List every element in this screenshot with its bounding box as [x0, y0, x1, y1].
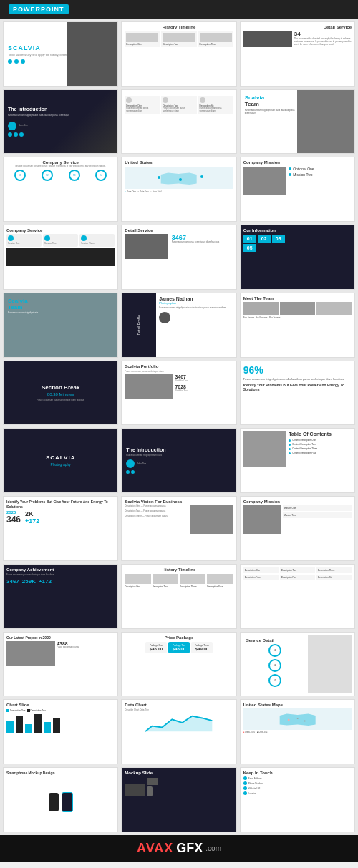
slide-12-title: Our Information — [243, 228, 352, 233]
mission-dot-2 — [289, 173, 291, 176]
slide-27[interactable]: Description One Description Two Descript… — [240, 564, 355, 629]
slide-28[interactable]: Our Latest Project In 2020 4388 Fusce ac… — [3, 632, 118, 697]
slide-22[interactable]: Identify Your Problems But Give Your Fut… — [3, 496, 118, 561]
slide-10[interactable]: Company Service Service One Service Two … — [3, 225, 118, 290]
bar-1 — [6, 721, 14, 733]
slide-14-role: Photographer — [159, 301, 233, 305]
timeline-img-1 — [126, 33, 158, 42]
slide-21[interactable]: Table Of Contents Content Description On… — [240, 428, 355, 493]
slide-16-time: 00:30 Minutes — [47, 392, 74, 396]
slide-28-title: Our Latest Project In 2020 — [6, 635, 115, 640]
bar-5 — [44, 722, 51, 734]
legend-color-1 — [6, 709, 9, 712]
service-item-1: Service One — [6, 234, 42, 247]
slide-19[interactable]: SCALVIA Photography — [3, 428, 118, 493]
slide-28-items: 4388 Fusce accumsan purus — [57, 641, 115, 666]
desc-cell-5: Description Five — [280, 575, 315, 580]
achieve-num-1: 3467 — [6, 578, 19, 585]
slide-4-avatar — [8, 122, 16, 130]
footer: AVAX GFX .com — [0, 835, 358, 862]
toc-dot-2 — [289, 444, 291, 446]
slide-9[interactable]: Company Mission Optional One Mission Two — [240, 157, 355, 222]
slide-4[interactable]: The Introduction Fusce accumsan risig di… — [3, 89, 118, 155]
slide-36-title: Keep In Touch — [243, 771, 352, 775]
slide-25-desc: Fusce accumsan purus scelerisque diam fa… — [6, 573, 115, 576]
contact-icon-4 — [243, 791, 247, 795]
slide-36-items: Email Address Phone Number Website URL L… — [243, 776, 352, 795]
slide-17[interactable]: Scalvia Portfolio Fusce accumsan purus s… — [121, 361, 236, 426]
timeline2-label-2: Description Two — [153, 585, 178, 588]
slide-30[interactable]: Service Detail S1 S2 S3 — [240, 632, 355, 697]
slide-3-image — [243, 31, 292, 47]
slide-21-toc: Table Of Contents Content Description On… — [289, 431, 352, 467]
intro-social-1 — [8, 132, 12, 137]
slide-7-subtitle: Disuple accumsan posuere purus; disuple … — [6, 165, 115, 167]
mission-label-1: Optional One — [293, 167, 314, 171]
slide-29[interactable]: Price Package Package One $45.00 Package… — [121, 632, 236, 697]
slide-5-box-1: Description One Fusce accumsan purus sce… — [125, 96, 160, 114]
slide-4-name: John Doe — [19, 124, 28, 127]
service-icon-1 — [8, 235, 14, 241]
pkg-price-1: $45.00 — [147, 647, 165, 651]
project-text-1: Fusce accumsan purus — [57, 646, 115, 649]
slide-15[interactable]: Meet The Team Foo Farene Ise Farence Bar… — [240, 293, 355, 358]
contact-label-1: Email Address — [248, 777, 262, 780]
slide-14[interactable]: Detail Profile James Nathan Photographer… — [121, 293, 236, 358]
slide-5[interactable]: Description One Fusce accumsan purus sce… — [121, 89, 236, 155]
slide-24[interactable]: Company Mission Mission One Mission Two — [240, 496, 355, 561]
box-text-3: Fusce accumsan purus scelerisque diam — [200, 107, 232, 113]
slide-34[interactable]: Smartphone Mockup Design — [3, 767, 118, 832]
slide-16[interactable]: Section Break 00:30 Minutes Fusce accums… — [3, 361, 118, 426]
slide-9-title: Company Mission — [243, 160, 352, 165]
service-text-1: Service One — [8, 243, 40, 245]
slide-32-title: Data Chart — [125, 703, 233, 707]
slide-20[interactable]: The Introduction Fusce accumsan risig di… — [121, 428, 236, 493]
toc-label-1: Content Description One — [292, 439, 316, 442]
slide-12[interactable]: Our Information 01 02 03 05 — [240, 225, 355, 290]
slide-23[interactable]: Scalvia Vision For Business Description … — [121, 496, 236, 561]
slide-31[interactable]: Chart Slide Description One Description … — [3, 699, 118, 764]
slide-32[interactable]: Data Chart Describe Chart Data Title — [121, 699, 236, 764]
slide-8-map — [125, 167, 233, 189]
slide-27-grid: Description One Description Two Descript… — [243, 567, 352, 580]
slide-13-title: Scalvia — [8, 298, 113, 304]
slide-11[interactable]: Detail Service 3467 Fusce accumsan purus… — [121, 225, 236, 290]
timeline2-label-4: Description Four — [207, 585, 233, 588]
slide-23-content: Description One — Fusce accumsan purus D… — [125, 505, 233, 534]
slide-36[interactable]: Keep In Touch Email Address Phone Number… — [240, 767, 355, 832]
slide-33-map — [243, 708, 352, 730]
slide-30-circles: S1 S2 S3 — [246, 644, 304, 687]
slide-2[interactable]: History Timeline Description One Descrip… — [121, 21, 236, 87]
slide-14-sidebar-text: Detail Profile — [137, 315, 141, 335]
package-3: Package Three $49.00 — [191, 642, 213, 653]
info-num-2: 02 — [258, 235, 271, 243]
slide-18-percent: 96% — [243, 364, 352, 376]
slide-3-content: 34 The focus must be directed and apply … — [243, 31, 352, 47]
slide-3[interactable]: Detail Service 34 The focus must be dire… — [240, 21, 355, 87]
timeline2-img-2 — [153, 574, 178, 584]
toc-item-1: Content Description One — [289, 439, 352, 442]
slide-17-items: 3467 Portfolio One 7628 Portfolio Two — [175, 374, 233, 399]
slide-35[interactable]: Mockup Slide — [121, 767, 236, 832]
slide-7[interactable]: Company Service Disuple accumsan posuere… — [3, 157, 118, 222]
slide-15-title: Meet The Team — [243, 296, 352, 301]
slide-22-title: Identify Your Problems But Give Your Fut… — [6, 499, 115, 509]
slide-3-desc: The focus must be directed and apply the… — [294, 38, 352, 47]
service-text-2: Service Two — [44, 243, 77, 245]
slide-6[interactable]: Scalvia Team Fusce accumsan risig dignis… — [240, 89, 355, 155]
team-name-3: Bar Terrace — [269, 316, 280, 319]
legend-color-2 — [27, 709, 30, 712]
slide-26[interactable]: History Timeline Description One Descrip… — [121, 564, 236, 629]
slide-13[interactable]: Scalvia Team Fusce accumsan risig dignis… — [3, 293, 118, 358]
slide-18-subtitle: Identify Your Problems But Give Your Pow… — [243, 383, 352, 391]
header-badge: POWERPOINT — [9, 4, 69, 14]
toc-dot-1 — [289, 439, 291, 442]
slide-8[interactable]: United States ● Data One ● Data Two ● Fr… — [121, 157, 236, 222]
slide-25[interactable]: Company Achievement Fusce accumsan purus… — [3, 564, 118, 629]
phone-mockup — [147, 786, 153, 796]
slide-1[interactable]: SCALVIA To do successfully is to apply t… — [3, 21, 118, 87]
slide-33[interactable]: United States Maps ● Data 2020 ● Data 20… — [240, 699, 355, 764]
slide-18[interactable]: 96% Fusce accumsan risig dignissim nulla… — [240, 361, 355, 426]
vision-text-2: Description Two — Fusce accumsan purus — [125, 510, 188, 513]
slide-25-title: Company Achievement — [6, 567, 115, 572]
